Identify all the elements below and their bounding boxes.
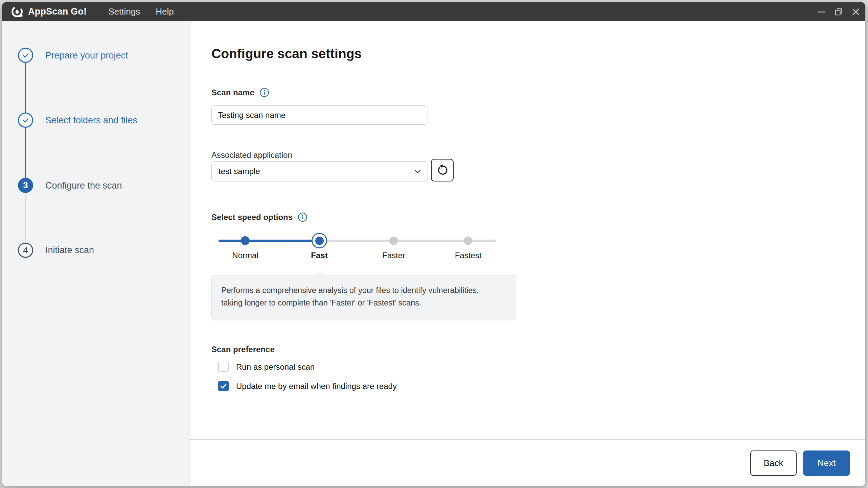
step-4-label[interactable]: Initiate scan	[45, 245, 94, 255]
menu-settings[interactable]: Settings	[108, 6, 140, 17]
minimize-icon[interactable]	[817, 8, 825, 16]
scan-name-label-row: Scan name	[211, 88, 269, 97]
app-window: AppScan Go! Settings Help	[2, 2, 865, 486]
speed-label-normal: Normal	[211, 251, 279, 260]
speed-options-label: Select speed options	[211, 213, 293, 222]
scan-preference-label: Scan preference	[211, 345, 275, 354]
speed-dot-fast-inner	[315, 237, 324, 245]
step-4-number: 4	[23, 245, 28, 255]
step-1-circle[interactable]	[18, 48, 33, 63]
menu-help[interactable]: Help	[156, 6, 174, 17]
speed-label-faster: Faster	[360, 251, 428, 260]
refresh-icon	[436, 164, 449, 176]
close-icon[interactable]	[852, 8, 860, 16]
speed-dot-normal[interactable]	[241, 236, 250, 245]
speed-label-fast: Fast	[285, 251, 353, 260]
menubar: Settings Help	[108, 6, 174, 17]
scan-name-input[interactable]	[211, 105, 428, 125]
speed-description-tooltip: Performs a comprehensive analysis of you…	[211, 275, 516, 320]
back-button[interactable]: Back	[750, 450, 797, 476]
personal-scan-row[interactable]: Run as personal scan	[218, 362, 315, 372]
chevron-down-icon	[413, 167, 422, 176]
check-icon	[21, 116, 30, 125]
speed-label-fastest: Fastest	[434, 251, 502, 260]
restore-icon[interactable]	[835, 8, 843, 16]
scan-preference-label-row: Scan preference	[211, 345, 275, 354]
appscan-logo-icon	[11, 5, 23, 18]
personal-scan-label: Run as personal scan	[236, 362, 315, 372]
speed-options-label-row: Select speed options	[211, 212, 307, 222]
info-icon[interactable]	[298, 212, 307, 222]
check-icon	[21, 51, 30, 60]
speed-dot-faster[interactable]	[389, 237, 398, 245]
email-update-checkbox[interactable]	[218, 381, 229, 391]
window-controls	[817, 8, 865, 16]
app-title: AppScan Go!	[28, 6, 87, 17]
step-3-label[interactable]: Configure the scan	[45, 180, 122, 191]
page-title: Configure scan settings	[211, 46, 362, 61]
step-1-label[interactable]: Prepare your project	[45, 50, 128, 61]
titlebar[interactable]: AppScan Go! Settings Help	[2, 2, 865, 21]
email-update-row[interactable]: Update me by email when findings are rea…	[218, 381, 397, 391]
step-4-circle[interactable]: 4	[18, 243, 33, 258]
associated-application-label: Associated application	[211, 150, 292, 160]
step-2-label[interactable]: Select folders and files	[45, 115, 137, 126]
step-3-number: 3	[23, 180, 28, 191]
speed-dot-fast[interactable]	[312, 233, 327, 248]
step-3-circle[interactable]: 3	[18, 178, 33, 193]
speed-slider-track-active	[219, 240, 319, 242]
associated-application-label-row: Associated application	[211, 150, 292, 160]
info-icon[interactable]	[259, 88, 269, 97]
email-update-label: Update me by email when findings are rea…	[236, 382, 397, 391]
associated-application-select[interactable]: test sample	[211, 161, 428, 181]
scan-name-label: Scan name	[211, 88, 254, 97]
wizard-sidebar: Prepare your project Select folders and …	[2, 21, 190, 486]
step-connector-pending	[25, 186, 26, 250]
check-icon	[220, 382, 227, 390]
speed-dot-fastest[interactable]	[464, 237, 472, 245]
wizard-footer: Back Next	[190, 439, 865, 486]
next-button[interactable]: Next	[803, 450, 850, 476]
refresh-applications-button[interactable]	[431, 159, 454, 181]
configure-scan-panel: Configure scan settings Scan name Associ…	[190, 21, 865, 439]
step-2-circle[interactable]	[18, 113, 33, 128]
personal-scan-checkbox[interactable]	[218, 362, 229, 372]
associated-application-value: test sample	[219, 167, 260, 176]
